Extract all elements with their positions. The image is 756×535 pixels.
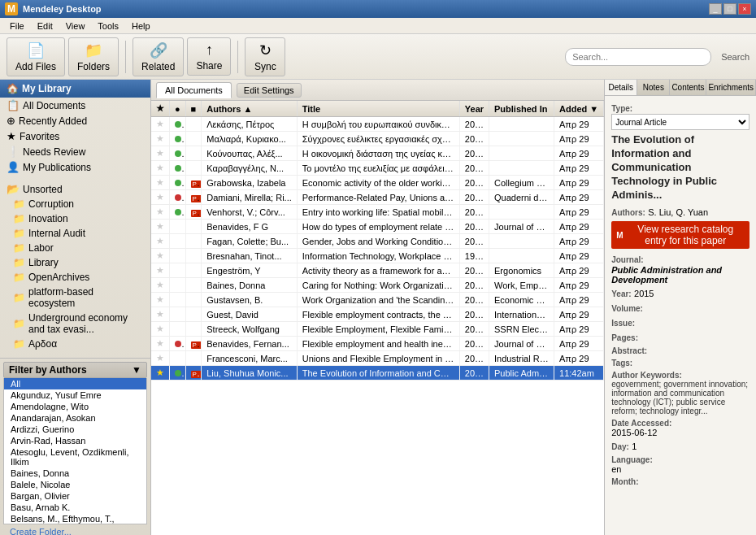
row-star[interactable]: ★ (151, 220, 170, 234)
sidebar-folder-inovation[interactable]: 📁 Inovation (0, 211, 150, 226)
table-row[interactable]: ★Fagan, Colette; Bu...Gender, Jobs and W… (151, 234, 604, 249)
related-button[interactable]: 🔗 Related (133, 37, 184, 76)
sidebar-item-recently-added[interactable]: ⊕ Recently Added (0, 113, 150, 128)
row-star[interactable]: ★ (151, 190, 170, 205)
row-star[interactable]: ★ (151, 263, 170, 278)
sidebar-folder-labor[interactable]: 📁 Labor (0, 241, 150, 255)
window-controls[interactable]: _ □ × (709, 3, 751, 15)
filter-author-all[interactable]: All (4, 378, 146, 389)
menu-view[interactable]: View (59, 20, 92, 33)
table-row[interactable]: ★Streeck, WolfgangFlexible Employment, F… (151, 322, 604, 337)
table-row[interactable]: ★Bresnahan, Tinot...Information Technolo… (151, 249, 604, 263)
sidebar-item-all-documents[interactable]: 📋 All Documents (0, 98, 150, 113)
table-row[interactable]: ★Καραβαγγέλης, Ν...Το μοντέλο της ευελιξ… (151, 161, 604, 176)
row-star[interactable]: ★ (151, 366, 170, 381)
table-row[interactable]: ★Μαλιαρά, Κυριακο...Σύγχρονες ευέλικτες … (151, 132, 604, 146)
table-row[interactable]: ★Francesconi, Marc...Unions and Flexible… (151, 351, 604, 366)
view-catalog-button[interactable]: M View research catalog entry for this p… (611, 221, 749, 249)
table-row[interactable]: ★PDFVenhorst, V.; Côrv...Entry into work… (151, 205, 604, 220)
sidebar-item-unsorted[interactable]: 📂 Unsorted (0, 181, 150, 197)
sidebar-folder-corruption[interactable]: 📁 Corruption (0, 197, 150, 211)
table-row[interactable]: ★PDFBenavides, Fernan...Flexible employm… (151, 337, 604, 351)
create-folder-button[interactable]: Create Folder... (3, 524, 147, 535)
row-star[interactable]: ★ (151, 132, 170, 146)
menu-help[interactable]: Help (125, 20, 157, 33)
filter-author-item[interactable]: Balele, Nicolae (4, 479, 146, 490)
tab-details[interactable]: Details (605, 80, 637, 95)
col-header-year[interactable]: Year (459, 101, 489, 117)
minimize-button[interactable]: _ (709, 3, 722, 15)
close-button[interactable]: × (738, 3, 751, 15)
row-star[interactable]: ★ (151, 278, 170, 293)
menu-file[interactable]: File (3, 20, 31, 33)
tab-notes[interactable]: Notes (637, 80, 670, 95)
filter-by-authors-header[interactable]: Filter by Authors ▼ (3, 362, 147, 378)
sidebar-folder-internal-audit[interactable]: 📁 Internal Audit (0, 226, 150, 241)
filter-author-item[interactable]: Arvin-Rad, Hassan (4, 435, 146, 446)
tab-enrichments[interactable]: Enrichments (706, 80, 756, 95)
sidebar-item-favorites[interactable]: ★ Favorites (0, 128, 150, 144)
filter-author-item[interactable]: Akgunduz, Yusuf Emre (4, 389, 146, 401)
table-row[interactable]: ★Benavides, F GHow do types of employmen… (151, 220, 604, 234)
row-star[interactable]: ★ (151, 337, 170, 351)
sidebar-folder-ardoa[interactable]: 📁 Αρδοα (0, 337, 150, 351)
table-row[interactable]: ★PDFLiu, Shuhua Monic...The Evolution of… (151, 366, 604, 381)
doc-list-panel: All Documents Edit Settings ★ ● ■ Author… (151, 80, 605, 535)
filter-author-item[interactable]: Amendolagne, Wito (4, 401, 146, 412)
folders-button[interactable]: 📁 Folders (68, 37, 119, 76)
sidebar-folder-openarchives[interactable]: 📁 OpenArchives (0, 270, 150, 285)
share-button[interactable]: ↑ Share (187, 37, 231, 76)
menu-tools[interactable]: Tools (91, 20, 125, 33)
row-star[interactable]: ★ (151, 205, 170, 220)
tab-all-documents[interactable]: All Documents (156, 82, 232, 98)
maximize-button[interactable]: □ (723, 3, 736, 15)
col-header-published[interactable]: Published In (489, 101, 554, 117)
row-star[interactable]: ★ (151, 249, 170, 263)
table-row[interactable]: ★PDFGrabowska, IzabelaEconomic activity … (151, 176, 604, 190)
row-star[interactable]: ★ (151, 176, 170, 190)
table-row[interactable]: ★Gustavsen, B.Work Organization and 'the… (151, 293, 604, 307)
row-star[interactable]: ★ (151, 161, 170, 176)
row-star[interactable]: ★ (151, 351, 170, 366)
doc-list-scroll[interactable]: ★ ● ■ Authors ▲ Title Year Published In … (151, 101, 604, 535)
edit-settings-button[interactable]: Edit Settings (237, 83, 302, 98)
filter-author-item[interactable]: Baines, Donna (4, 468, 146, 479)
language-value: en (611, 464, 749, 474)
menu-edit[interactable]: Edit (31, 20, 59, 33)
filter-author-item[interactable]: Bargan, Olivier (4, 490, 146, 502)
row-star[interactable]: ★ (151, 234, 170, 249)
col-header-added[interactable]: Added ▼ (554, 101, 604, 117)
table-row[interactable]: ★Baines, DonnaCaring for Nothing: Work O… (151, 278, 604, 293)
row-type: PDF (185, 205, 202, 220)
sidebar-item-my-publications[interactable]: 👤 My Publications (0, 159, 150, 175)
table-row[interactable]: ★PDFDamiani, Mirella; Ri...Performance-R… (151, 190, 604, 205)
row-star[interactable]: ★ (151, 117, 170, 132)
filter-author-item[interactable]: Belsans, M., Efthymou, T., Koytoupis, A (4, 513, 146, 524)
add-files-button[interactable]: 📄 Add Files (7, 37, 65, 76)
toolbar: 📄 Add Files 📁 Folders 🔗 Related ↑ Share … (0, 34, 756, 80)
row-star[interactable]: ★ (151, 322, 170, 337)
sidebar-folder-platform[interactable]: 📁 platform-based ecosystem (0, 285, 150, 311)
table-row[interactable]: ★Guest, DavidFlexible employment contrac… (151, 307, 604, 322)
row-star[interactable]: ★ (151, 293, 170, 307)
sidebar-item-needs-review[interactable]: ❕ Needs Review (0, 144, 150, 159)
filter-author-item[interactable]: Ardizzi, Guerino (4, 424, 146, 435)
table-row[interactable]: ★Κούνουπας, Αλέξ...Η οικονομική διάσταση… (151, 146, 604, 161)
tab-contents[interactable]: Contents (670, 80, 706, 95)
filter-author-item[interactable]: Anandarajan, Asokan (4, 412, 146, 424)
row-star[interactable]: ★ (151, 146, 170, 161)
row-star[interactable]: ★ (151, 307, 170, 322)
table-row[interactable]: ★Engeström, YActivity theory as a framew… (151, 263, 604, 278)
filter-author-item[interactable]: Basu, Arnab K. (4, 502, 146, 513)
type-select[interactable]: Journal Article (611, 114, 749, 130)
row-status (169, 146, 185, 161)
col-header-title[interactable]: Title (297, 101, 459, 117)
sidebar-folder-library[interactable]: 📁 Library (0, 255, 150, 270)
sidebar-folder-underground[interactable]: 📁 Underground economy and tax evasi... (0, 311, 150, 337)
search-input[interactable] (565, 48, 711, 66)
filter-author-item[interactable]: Atesoglu, Levent, Ozdikmenli, Ilkim (4, 446, 146, 468)
sync-button[interactable]: ↻ Sync (245, 37, 285, 76)
col-header-authors[interactable]: Authors ▲ (202, 101, 298, 117)
table-row[interactable]: ★Λεκάσης, ΠέτροςΗ συμβολή του ευρωπαικού… (151, 117, 604, 132)
filter-authors-list[interactable]: All Akgunduz, Yusuf Emre Amendolagne, Wi… (3, 378, 147, 524)
